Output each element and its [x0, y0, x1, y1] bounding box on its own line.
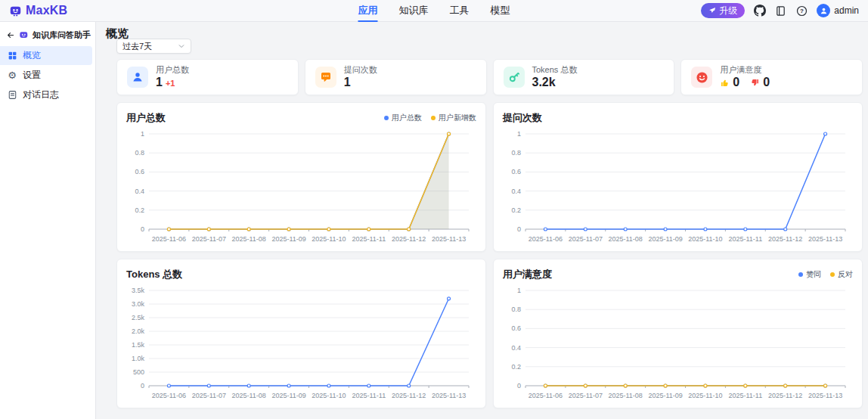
- stat-cards-row: 用户总数 1 +1: [116, 59, 863, 95]
- stat-info: 用户满意度 0: [720, 65, 770, 89]
- tab-tools[interactable]: 工具: [450, 0, 470, 22]
- stat-value: 1: [344, 76, 351, 89]
- logo-text: MaxKB: [26, 4, 67, 17]
- stat-label: 用户总数: [156, 65, 189, 75]
- stat-value: 3.2k: [532, 76, 556, 89]
- svg-text:2025-11-12: 2025-11-12: [768, 235, 802, 243]
- date-range-select[interactable]: 过去7天: [116, 39, 191, 54]
- svg-text:0.6: 0.6: [135, 168, 144, 175]
- chart-legend: 用户总数用户新增数: [384, 113, 476, 123]
- svg-text:2025-11-08: 2025-11-08: [232, 392, 266, 399]
- docs-icon[interactable]: [774, 5, 787, 17]
- svg-text:2025-11-13: 2025-11-13: [808, 392, 842, 399]
- body-row: 知识库问答助手 概览 ⚙ 设置: [0, 22, 868, 419]
- avatar: [817, 4, 830, 17]
- svg-text:2025-11-06: 2025-11-06: [529, 392, 563, 399]
- chart-title: 用户总数: [126, 111, 166, 125]
- svg-text:2.5k: 2.5k: [132, 314, 145, 321]
- legend-label: 用户总数: [392, 113, 422, 123]
- svg-text:2025-11-08: 2025-11-08: [609, 392, 643, 399]
- svg-text:2025-11-06: 2025-11-06: [152, 235, 186, 243]
- svg-text:0.4: 0.4: [511, 344, 521, 352]
- robot-logo-icon: [9, 5, 22, 17]
- overview-content: 过去7天 用户总: [116, 39, 863, 408]
- legend-item[interactable]: 用户总数: [384, 113, 422, 123]
- svg-text:?: ?: [800, 8, 804, 14]
- maxkb-logo[interactable]: MaxKB: [9, 4, 67, 17]
- svg-text:2025-11-09: 2025-11-09: [648, 392, 682, 399]
- svg-text:2025-11-09: 2025-11-09: [271, 392, 305, 399]
- svg-text:2025-11-08: 2025-11-08: [232, 235, 266, 243]
- key-icon: [504, 67, 525, 88]
- likes-group: 0: [720, 76, 739, 89]
- chart-title: Tokens 总数: [126, 268, 182, 281]
- chart-legend: 赞同反对: [798, 269, 853, 280]
- total-tokens-chart: 05001.0k1.5k2.0k2.5k3.0k3.5k2025-11-0620…: [126, 283, 476, 401]
- satisfaction-chart: 00.20.40.60.812025-11-062025-11-072025-1…: [503, 283, 853, 401]
- legend-item[interactable]: 用户新增数: [431, 113, 476, 123]
- legend-item[interactable]: 反对: [830, 269, 853, 280]
- main-area: 概览 过去7天: [96, 22, 868, 419]
- chevron-down-icon: [178, 42, 185, 50]
- sidebar-header: 知识库问答助手: [0, 26, 95, 45]
- chart-panel-satisfaction: 用户满意度 赞同反对 00.20.40.60.812025-11-062025-…: [493, 259, 863, 408]
- gear-icon: ⚙: [7, 70, 17, 81]
- github-icon[interactable]: [753, 5, 766, 17]
- svg-text:2025-11-12: 2025-11-12: [768, 392, 802, 399]
- svg-text:1: 1: [517, 130, 521, 138]
- username: admin: [834, 5, 859, 16]
- tab-models[interactable]: 模型: [491, 0, 510, 22]
- user-menu[interactable]: admin: [817, 4, 859, 17]
- svg-text:2025-11-10: 2025-11-10: [312, 235, 346, 243]
- svg-text:0.8: 0.8: [511, 306, 521, 313]
- app-title: 知识库问答助手: [33, 29, 91, 41]
- docs-glyph: [775, 5, 786, 17]
- svg-text:3.0k: 3.0k: [132, 300, 145, 308]
- stat-label: 用户满意度: [720, 65, 770, 75]
- date-range-value: 过去7天: [122, 41, 152, 52]
- stat-card-satisfaction: 用户满意度 0: [680, 59, 863, 95]
- help-icon[interactable]: ?: [795, 5, 808, 17]
- chat-icon: [315, 67, 336, 88]
- app-robot-icon: [19, 29, 29, 41]
- stat-info: 提问次数 1: [344, 65, 377, 89]
- svg-text:0.2: 0.2: [511, 206, 521, 214]
- svg-text:2025-11-09: 2025-11-09: [271, 235, 305, 243]
- svg-text:2025-11-11: 2025-11-11: [728, 392, 762, 399]
- sidebar: 知识库问答助手 概览 ⚙ 设置: [0, 22, 96, 419]
- stat-card-total-users: 用户总数 1 +1: [116, 59, 299, 95]
- stat-info: Tokens 总数 3.2k: [532, 65, 578, 89]
- svg-text:0.8: 0.8: [511, 149, 521, 157]
- back-button[interactable]: [5, 29, 15, 41]
- svg-text:2025-11-11: 2025-11-11: [728, 235, 762, 243]
- upgrade-button[interactable]: 升级: [701, 3, 745, 18]
- user-icon: [127, 67, 148, 88]
- svg-text:0.2: 0.2: [511, 363, 521, 371]
- stat-label: Tokens 总数: [532, 65, 578, 75]
- thumbs-up-icon: [720, 78, 730, 88]
- page-title: 概览: [106, 27, 863, 39]
- stat-label: 提问次数: [344, 65, 377, 75]
- sidebar-item-overview[interactable]: 概览: [0, 46, 92, 65]
- question-count-chart: 00.20.40.60.812025-11-062025-11-072025-1…: [503, 126, 853, 244]
- grid-icon: [7, 51, 17, 61]
- sidebar-item-settings[interactable]: ⚙ 设置: [0, 66, 92, 85]
- upgrade-label: 升级: [719, 5, 737, 17]
- sidebar-item-chat-logs[interactable]: 对话日志: [0, 85, 92, 104]
- svg-text:2025-11-07: 2025-11-07: [192, 235, 226, 243]
- thumbs-down-icon: [750, 78, 760, 88]
- svg-text:0.6: 0.6: [511, 324, 521, 332]
- stat-info: 用户总数 1 +1: [156, 65, 189, 89]
- rocket-icon: [708, 7, 716, 14]
- svg-text:2.0k: 2.0k: [132, 327, 145, 335]
- svg-text:0.4: 0.4: [511, 188, 521, 195]
- tab-applications[interactable]: 应用: [358, 0, 378, 22]
- svg-text:2025-11-06: 2025-11-06: [152, 392, 186, 399]
- stat-value: 1: [156, 76, 163, 89]
- smiley-icon: [691, 67, 712, 88]
- charts-grid: 用户总数 用户总数用户新增数 00.20.40.60.812025-11-062…: [116, 102, 863, 408]
- svg-text:2025-11-12: 2025-11-12: [392, 235, 426, 243]
- tab-knowledge-base[interactable]: 知识库: [399, 0, 429, 22]
- chart-panel-question-count: 提问次数 00.20.40.60.812025-11-062025-11-072…: [493, 102, 863, 252]
- legend-item[interactable]: 赞同: [798, 269, 821, 280]
